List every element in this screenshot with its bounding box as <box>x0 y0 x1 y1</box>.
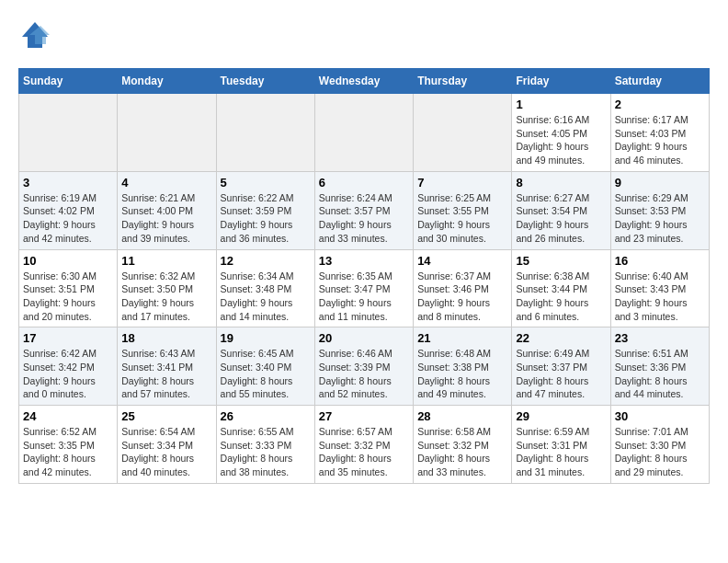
weekday-header-tuesday: Tuesday <box>216 69 314 94</box>
day-info: Sunrise: 6:49 AM Sunset: 3:37 PM Dayligh… <box>516 347 606 401</box>
day-number: 6 <box>319 176 409 190</box>
day-number: 10 <box>23 254 113 268</box>
day-info: Sunrise: 6:24 AM Sunset: 3:57 PM Dayligh… <box>319 191 409 246</box>
day-number: 17 <box>23 331 113 345</box>
calendar-cell: 21Sunrise: 6:48 AM Sunset: 3:38 PM Dayli… <box>414 327 512 406</box>
day-number: 3 <box>23 176 113 190</box>
day-info: Sunrise: 6:37 AM Sunset: 3:46 PM Dayligh… <box>417 270 507 324</box>
calendar-cell: 7Sunrise: 6:25 AM Sunset: 3:55 PM Daylig… <box>414 171 512 249</box>
week-row-3: 10Sunrise: 6:30 AM Sunset: 3:51 PM Dayli… <box>19 249 710 327</box>
weekday-header-monday: Monday <box>118 69 216 94</box>
day-number: 5 <box>221 176 311 190</box>
day-number: 9 <box>615 176 705 190</box>
calendar-cell: 13Sunrise: 6:35 AM Sunset: 3:47 PM Dayli… <box>314 249 413 327</box>
logo-icon <box>18 18 51 52</box>
weekday-header-sunday: Sunday <box>19 69 118 94</box>
calendar-cell: 5Sunrise: 6:22 AM Sunset: 3:59 PM Daylig… <box>216 171 314 249</box>
calendar-cell <box>216 94 314 172</box>
logo <box>18 18 55 52</box>
day-info: Sunrise: 6:22 AM Sunset: 3:59 PM Dayligh… <box>221 191 311 246</box>
day-number: 1 <box>516 98 606 111</box>
day-info: Sunrise: 6:35 AM Sunset: 3:47 PM Dayligh… <box>319 270 409 324</box>
calendar: SundayMondayTuesdayWednesdayThursdayFrid… <box>18 68 710 484</box>
calendar-cell: 30Sunrise: 7:01 AM Sunset: 3:30 PM Dayli… <box>610 406 709 484</box>
day-info: Sunrise: 6:52 AM Sunset: 3:35 PM Dayligh… <box>23 425 113 479</box>
day-info: Sunrise: 6:46 AM Sunset: 3:39 PM Dayligh… <box>319 347 409 401</box>
day-number: 22 <box>516 331 606 345</box>
calendar-cell: 9Sunrise: 6:29 AM Sunset: 3:53 PM Daylig… <box>610 171 709 249</box>
weekday-header-saturday: Saturday <box>610 69 709 94</box>
day-info: Sunrise: 6:58 AM Sunset: 3:32 PM Dayligh… <box>417 425 507 479</box>
calendar-cell: 3Sunrise: 6:19 AM Sunset: 4:02 PM Daylig… <box>19 171 118 249</box>
calendar-cell: 1Sunrise: 6:16 AM Sunset: 4:05 PM Daylig… <box>512 94 610 172</box>
calendar-cell: 10Sunrise: 6:30 AM Sunset: 3:51 PM Dayli… <box>19 249 118 327</box>
week-row-4: 17Sunrise: 6:42 AM Sunset: 3:42 PM Dayli… <box>19 327 710 406</box>
calendar-cell: 23Sunrise: 6:51 AM Sunset: 3:36 PM Dayli… <box>610 327 709 406</box>
calendar-cell: 27Sunrise: 6:57 AM Sunset: 3:32 PM Dayli… <box>314 406 413 484</box>
day-info: Sunrise: 6:25 AM Sunset: 3:55 PM Dayligh… <box>417 191 507 246</box>
week-row-2: 3Sunrise: 6:19 AM Sunset: 4:02 PM Daylig… <box>19 171 710 249</box>
day-number: 4 <box>121 176 211 190</box>
calendar-cell: 8Sunrise: 6:27 AM Sunset: 3:54 PM Daylig… <box>512 171 610 249</box>
day-info: Sunrise: 6:32 AM Sunset: 3:50 PM Dayligh… <box>121 270 211 324</box>
calendar-cell: 28Sunrise: 6:58 AM Sunset: 3:32 PM Dayli… <box>414 406 512 484</box>
weekday-header-friday: Friday <box>512 69 610 94</box>
day-info: Sunrise: 6:59 AM Sunset: 3:31 PM Dayligh… <box>516 425 606 479</box>
calendar-cell: 12Sunrise: 6:34 AM Sunset: 3:48 PM Dayli… <box>216 249 314 327</box>
day-number: 11 <box>121 254 211 268</box>
day-info: Sunrise: 6:45 AM Sunset: 3:40 PM Dayligh… <box>221 347 311 401</box>
calendar-cell: 29Sunrise: 6:59 AM Sunset: 3:31 PM Dayli… <box>512 406 610 484</box>
day-info: Sunrise: 6:21 AM Sunset: 4:00 PM Dayligh… <box>121 191 211 246</box>
day-info: Sunrise: 6:54 AM Sunset: 3:34 PM Dayligh… <box>121 425 211 479</box>
day-number: 25 <box>121 409 211 423</box>
calendar-cell: 17Sunrise: 6:42 AM Sunset: 3:42 PM Dayli… <box>19 327 118 406</box>
day-info: Sunrise: 6:51 AM Sunset: 3:36 PM Dayligh… <box>615 347 705 401</box>
day-number: 21 <box>417 331 507 345</box>
day-info: Sunrise: 6:43 AM Sunset: 3:41 PM Dayligh… <box>121 347 211 401</box>
day-number: 14 <box>417 254 507 268</box>
day-info: Sunrise: 6:40 AM Sunset: 3:43 PM Dayligh… <box>615 270 705 324</box>
weekday-header-wednesday: Wednesday <box>314 69 413 94</box>
day-info: Sunrise: 6:48 AM Sunset: 3:38 PM Dayligh… <box>417 347 507 401</box>
day-number: 2 <box>615 98 705 111</box>
day-number: 7 <box>417 176 507 190</box>
day-number: 19 <box>221 331 311 345</box>
week-row-1: 1Sunrise: 6:16 AM Sunset: 4:05 PM Daylig… <box>19 94 710 172</box>
day-number: 23 <box>615 331 705 345</box>
calendar-cell: 15Sunrise: 6:38 AM Sunset: 3:44 PM Dayli… <box>512 249 610 327</box>
calendar-cell <box>118 94 216 172</box>
week-row-5: 24Sunrise: 6:52 AM Sunset: 3:35 PM Dayli… <box>19 406 710 484</box>
day-info: Sunrise: 6:27 AM Sunset: 3:54 PM Dayligh… <box>516 191 606 246</box>
calendar-cell: 14Sunrise: 6:37 AM Sunset: 3:46 PM Dayli… <box>414 249 512 327</box>
calendar-cell: 22Sunrise: 6:49 AM Sunset: 3:37 PM Dayli… <box>512 327 610 406</box>
calendar-cell: 20Sunrise: 6:46 AM Sunset: 3:39 PM Dayli… <box>314 327 413 406</box>
calendar-cell <box>314 94 413 172</box>
day-info: Sunrise: 6:29 AM Sunset: 3:53 PM Dayligh… <box>615 191 705 246</box>
calendar-cell: 2Sunrise: 6:17 AM Sunset: 4:03 PM Daylig… <box>610 94 709 172</box>
calendar-cell: 26Sunrise: 6:55 AM Sunset: 3:33 PM Dayli… <box>216 406 314 484</box>
day-number: 20 <box>319 331 409 345</box>
day-info: Sunrise: 6:38 AM Sunset: 3:44 PM Dayligh… <box>516 270 606 324</box>
calendar-cell: 25Sunrise: 6:54 AM Sunset: 3:34 PM Dayli… <box>118 406 216 484</box>
day-info: Sunrise: 6:16 AM Sunset: 4:05 PM Dayligh… <box>516 113 606 167</box>
calendar-cell: 6Sunrise: 6:24 AM Sunset: 3:57 PM Daylig… <box>314 171 413 249</box>
calendar-cell: 4Sunrise: 6:21 AM Sunset: 4:00 PM Daylig… <box>118 171 216 249</box>
calendar-cell <box>19 94 118 172</box>
calendar-cell: 18Sunrise: 6:43 AM Sunset: 3:41 PM Dayli… <box>118 327 216 406</box>
day-number: 15 <box>516 254 606 268</box>
day-number: 13 <box>319 254 409 268</box>
day-number: 12 <box>221 254 311 268</box>
day-info: Sunrise: 6:17 AM Sunset: 4:03 PM Dayligh… <box>615 113 705 167</box>
calendar-cell: 11Sunrise: 6:32 AM Sunset: 3:50 PM Dayli… <box>118 249 216 327</box>
day-number: 28 <box>417 409 507 423</box>
day-number: 26 <box>221 409 311 423</box>
day-number: 18 <box>121 331 211 345</box>
calendar-cell: 19Sunrise: 6:45 AM Sunset: 3:40 PM Dayli… <box>216 327 314 406</box>
day-info: Sunrise: 6:57 AM Sunset: 3:32 PM Dayligh… <box>319 425 409 479</box>
calendar-cell: 24Sunrise: 6:52 AM Sunset: 3:35 PM Dayli… <box>19 406 118 484</box>
day-info: Sunrise: 7:01 AM Sunset: 3:30 PM Dayligh… <box>615 425 705 479</box>
calendar-cell <box>414 94 512 172</box>
day-number: 29 <box>516 409 606 423</box>
day-info: Sunrise: 6:30 AM Sunset: 3:51 PM Dayligh… <box>23 270 113 324</box>
day-info: Sunrise: 6:19 AM Sunset: 4:02 PM Dayligh… <box>23 191 113 246</box>
